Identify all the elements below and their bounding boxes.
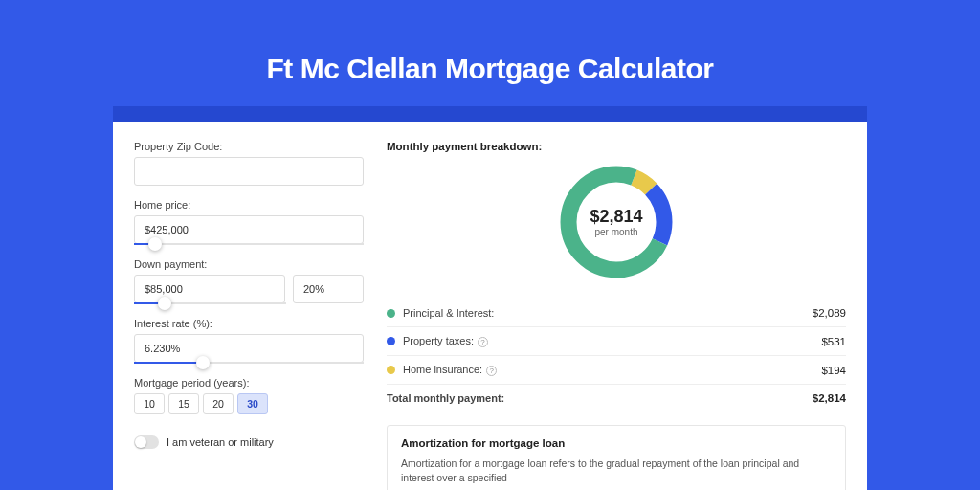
legend-label: Principal & Interest:: [403, 307, 813, 319]
interest-field: Interest rate (%):: [134, 318, 364, 364]
legend-row: Principal & Interest:$2,089: [387, 300, 846, 327]
info-icon[interactable]: ?: [486, 366, 497, 376]
donut-center: $2,814 per month: [556, 162, 677, 282]
amortization-card: Amortization for mortgage loan Amortizat…: [387, 425, 846, 490]
zip-input[interactable]: [134, 157, 364, 186]
amortization-title: Amortization for mortgage loan: [401, 437, 832, 449]
zip-field: Property Zip Code:: [134, 141, 364, 186]
legend-value: $194: [821, 365, 846, 376]
legend-label: Property taxes:?: [403, 335, 821, 347]
period-label: Mortgage period (years):: [134, 377, 364, 389]
down-payment-field: Down payment:: [134, 258, 364, 304]
legend-dot: [387, 309, 395, 318]
interest-label: Interest rate (%):: [134, 318, 364, 329]
page-root: Ft Mc Clellan Mortgage Calculator Proper…: [0, 0, 980, 490]
interest-slider[interactable]: [134, 362, 364, 364]
down-payment-label: Down payment:: [134, 258, 364, 270]
breakdown-column: Monthly payment breakdown: $2,814 per mo…: [387, 141, 846, 490]
slider-thumb[interactable]: [148, 237, 162, 251]
down-payment-slider[interactable]: [134, 302, 286, 304]
down-payment-input[interactable]: [134, 275, 285, 303]
legend: Principal & Interest:$2,089Property taxe…: [387, 300, 846, 412]
period-field: Mortgage period (years): 10152030: [134, 377, 364, 414]
legend-value: $2,089: [813, 307, 846, 319]
legend-dot: [387, 337, 395, 345]
interest-input[interactable]: [134, 334, 364, 363]
zip-label: Property Zip Code:: [134, 141, 364, 152]
legend-dot: [387, 366, 395, 374]
down-payment-pct-input[interactable]: [293, 275, 364, 303]
period-button-20[interactable]: 20: [203, 393, 234, 414]
period-button-15[interactable]: 15: [168, 393, 199, 414]
toggle-knob: [135, 436, 146, 448]
legend-total-value: $2,814: [813, 392, 846, 404]
legend-row: Property taxes:?$531: [387, 327, 846, 356]
period-button-30[interactable]: 30: [237, 393, 268, 414]
veteran-row: I am veteran or military: [134, 435, 364, 449]
legend-total-row: Total monthly payment:$2,814: [387, 385, 846, 412]
donut-amount: $2,814: [590, 207, 642, 227]
period-button-10[interactable]: 10: [134, 393, 165, 414]
donut-chart: $2,814 per month: [556, 162, 677, 282]
slider-thumb[interactable]: [158, 297, 171, 310]
form-column: Property Zip Code: Home price: Down paym…: [134, 141, 364, 490]
page-title: Ft Mc Clellan Mortgage Calculator: [267, 53, 714, 85]
breakdown-title: Monthly payment breakdown:: [387, 141, 846, 152]
donut-chart-wrap: $2,814 per month: [387, 162, 846, 282]
slider-thumb[interactable]: [196, 356, 210, 369]
legend-value: $531: [821, 336, 846, 347]
veteran-label: I am veteran or military: [167, 436, 274, 448]
info-icon[interactable]: ?: [478, 337, 488, 347]
calculator-card: Property Zip Code: Home price: Down paym…: [113, 122, 867, 490]
home-price-label: Home price:: [134, 199, 364, 211]
home-price-field: Home price:: [134, 199, 364, 245]
legend-total-label: Total monthly payment:: [387, 392, 813, 404]
donut-sub: per month: [594, 227, 637, 237]
amortization-text: Amortization for a mortgage loan refers …: [401, 457, 832, 484]
home-price-input[interactable]: [134, 215, 364, 244]
veteran-toggle[interactable]: [134, 435, 159, 449]
legend-label: Home insurance:?: [403, 364, 821, 376]
home-price-slider[interactable]: [134, 243, 364, 245]
legend-row: Home insurance:?$194: [387, 356, 846, 385]
inner-band: Property Zip Code: Home price: Down paym…: [113, 106, 867, 490]
period-buttons: 10152030: [134, 393, 364, 414]
